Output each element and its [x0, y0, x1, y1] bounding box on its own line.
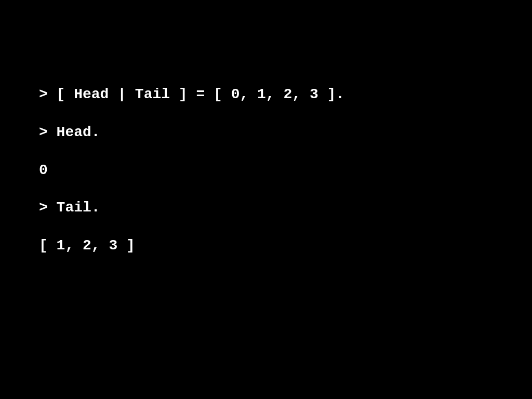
repl-line-1: > [ Head | Tail ] = [ 0, 1, 2, 3 ]. [39, 83, 344, 107]
terminal-window: > [ Head | Tail ] = [ 0, 1, 2, 3 ]. > He… [0, 0, 344, 272]
repl-line-3: > Tail. [39, 196, 344, 220]
repl-output-2: [ 1, 2, 3 ] [39, 234, 344, 258]
repl-line-2: > Head. [39, 121, 344, 144]
repl-output-1: 0 [39, 159, 344, 182]
